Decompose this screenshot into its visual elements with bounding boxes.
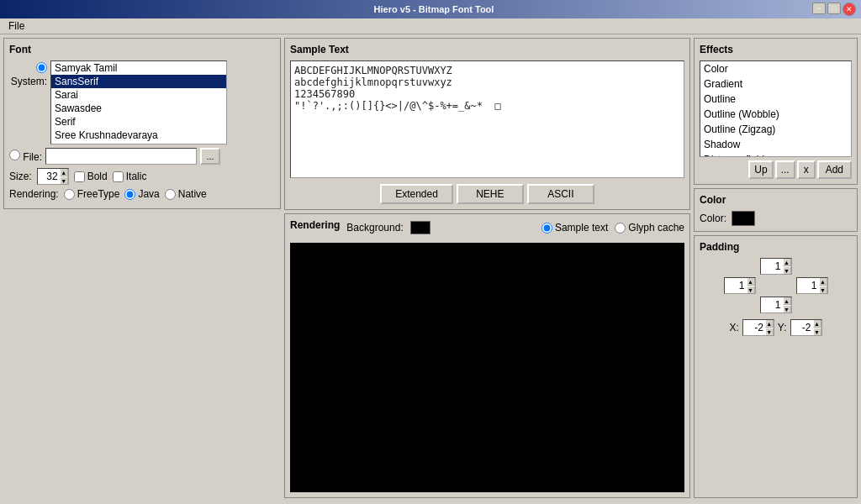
padding-bottom-down[interactable]: ▼	[783, 305, 791, 313]
padding-bottom-up[interactable]: ▲	[783, 297, 791, 305]
rendering-section: Rendering Background: Sample text Glyph …	[284, 213, 690, 498]
up-button[interactable]: Up	[748, 160, 773, 179]
y-up[interactable]: ▲	[813, 319, 821, 328]
x-up[interactable]: ▲	[765, 319, 774, 328]
italic-checkbox-label[interactable]: Italic	[113, 171, 147, 182]
browse-button[interactable]: ...	[200, 148, 220, 165]
size-arrows: ▲ ▼	[60, 168, 68, 185]
padding-bottom-input[interactable]	[761, 297, 783, 312]
padding-left-input[interactable]	[725, 278, 747, 293]
size-label: Size:	[9, 171, 32, 182]
middle-panel: Sample Text ABCDEFGHIJKLMNOPQRSTUVWXYZ a…	[284, 38, 690, 498]
rendering-title: Rendering	[290, 219, 340, 231]
padding-right-input[interactable]	[797, 278, 819, 293]
padding-left-down[interactable]: ▼	[747, 286, 755, 294]
ascii-button[interactable]: ASCII	[527, 184, 594, 204]
padding-left-spinner[interactable]: ▲ ▼	[724, 277, 756, 294]
bold-checkbox-label[interactable]: Bold	[74, 171, 108, 182]
list-item[interactable]: Sarai	[51, 88, 226, 102]
size-down-arrow[interactable]: ▼	[60, 176, 68, 185]
xy-row: X: ▲ ▼ Y: ▲ ▼	[729, 319, 821, 336]
view-radio-group: Sample text Glyph cache	[541, 222, 684, 234]
padding-top-up[interactable]: ▲	[783, 258, 791, 266]
font-list-container[interactable]: Samyak Tamil SansSerif Sarai Sawasdee Se…	[50, 60, 227, 144]
sample-textarea[interactable]: ABCDEFGHIJKLMNOPQRSTUVWXYZ abcdefghijklm…	[290, 60, 684, 178]
padding-top-spinner[interactable]: ▲ ▼	[760, 258, 792, 275]
color-box[interactable]	[732, 211, 755, 226]
effect-shadow[interactable]: Shadow	[700, 137, 851, 152]
main-content: Font System: Samyak Tamil SansSerif Sara…	[0, 34, 861, 501]
list-item[interactable]: Sawasdee	[51, 102, 226, 115]
native-label[interactable]: Native	[165, 188, 207, 200]
file-input[interactable]	[45, 148, 197, 165]
rendering-row: Rendering: FreeType Java Native	[9, 188, 275, 200]
padding-title: Padding	[700, 241, 852, 253]
color-label: Color:	[700, 213, 726, 224]
menu-file[interactable]: File	[3, 18, 29, 34]
file-row: File: ...	[9, 148, 275, 165]
background-label: Background:	[346, 222, 403, 234]
padding-bottom-spinner[interactable]: ▲ ▼	[760, 297, 792, 313]
sample-text-section: Sample Text ABCDEFGHIJKLMNOPQRSTUVWXYZ a…	[284, 38, 690, 210]
minimize-button[interactable]: −	[812, 3, 826, 14]
padding-section: Padding ▲ ▼	[694, 235, 858, 498]
system-radio[interactable]	[36, 62, 47, 73]
freetype-label[interactable]: FreeType	[64, 188, 120, 200]
padding-top-input[interactable]	[761, 259, 783, 274]
bold-checkbox[interactable]	[74, 171, 85, 182]
file-radio[interactable]	[9, 150, 20, 160]
effect-color[interactable]: Color	[700, 61, 851, 76]
left-panel: Font System: Samyak Tamil SansSerif Sara…	[3, 38, 281, 498]
effects-section: Effects Color Gradient Outline Outline (…	[694, 38, 858, 185]
extended-button[interactable]: Extended	[380, 184, 453, 204]
padding-right-arrows: ▲ ▼	[819, 277, 827, 294]
x-input[interactable]	[743, 320, 765, 335]
x-spinner[interactable]: ▲ ▼	[742, 319, 774, 336]
java-radio[interactable]	[124, 189, 135, 200]
background-color-box[interactable]	[410, 221, 430, 234]
padding-top-down[interactable]: ▼	[783, 266, 791, 275]
title-bar: Hiero v5 - Bitmap Font Tool − □ ✕	[0, 0, 861, 18]
padding-right-spinner[interactable]: ▲ ▼	[796, 277, 828, 294]
freetype-radio[interactable]	[64, 189, 75, 200]
padding-right-up[interactable]: ▲	[819, 277, 827, 286]
glyph-cache-radio[interactable]	[615, 223, 626, 234]
java-label[interactable]: Java	[124, 188, 159, 200]
list-item[interactable]: Serif	[51, 115, 226, 129]
file-label: File:	[9, 150, 42, 163]
dots-button[interactable]: ...	[775, 160, 795, 179]
sample-text-view-label[interactable]: Sample text	[541, 222, 608, 234]
glyph-cache-view-label[interactable]: Glyph cache	[615, 222, 684, 234]
effect-outline[interactable]: Outline	[700, 92, 851, 107]
add-button[interactable]: Add	[817, 160, 852, 179]
y-spinner[interactable]: ▲ ▼	[790, 319, 822, 336]
remove-button[interactable]: x	[797, 160, 816, 179]
padding-right-down[interactable]: ▼	[819, 286, 827, 294]
effect-gradient[interactable]: Gradient	[700, 76, 851, 92]
maximize-button[interactable]: □	[827, 3, 841, 14]
y-down[interactable]: ▼	[813, 328, 821, 336]
effect-distance-field[interactable]: Distance field	[700, 152, 851, 157]
close-button[interactable]: ✕	[843, 3, 856, 16]
list-item-selected[interactable]: SansSerif	[51, 75, 226, 88]
sample-text-radio[interactable]	[541, 223, 552, 234]
list-item[interactable]: Sree Krushnadevaraya	[51, 129, 226, 142]
effects-list[interactable]: Color Gradient Outline Outline (Wobble) …	[700, 60, 852, 157]
color-row: Color:	[700, 211, 852, 226]
effect-outline-wobble[interactable]: Outline (Wobble)	[700, 107, 851, 122]
italic-checkbox[interactable]	[113, 171, 124, 182]
list-item[interactable]: Samyak Tamil	[51, 61, 226, 75]
padding-bottom-arrows: ▲ ▼	[783, 297, 791, 313]
menu-bar: File	[0, 18, 861, 34]
size-up-arrow[interactable]: ▲	[60, 168, 68, 176]
native-radio[interactable]	[165, 189, 176, 200]
padding-top-row: ▲ ▼	[760, 258, 792, 275]
size-input[interactable]	[38, 169, 60, 184]
nehe-button[interactable]: NEHE	[457, 184, 524, 204]
effect-outline-zigzag[interactable]: Outline (Zigzag)	[700, 122, 851, 137]
size-spinner[interactable]: ▲ ▼	[37, 168, 69, 185]
x-down[interactable]: ▼	[765, 328, 774, 336]
padding-left-up[interactable]: ▲	[747, 277, 755, 286]
font-section-title: Font	[9, 44, 275, 55]
y-input[interactable]	[791, 320, 813, 335]
